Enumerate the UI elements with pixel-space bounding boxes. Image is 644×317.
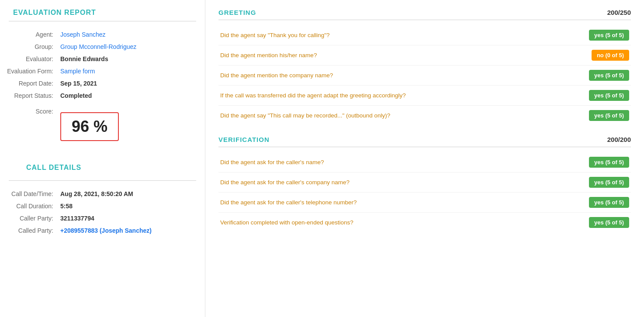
answer-badge: yes (5 of 5) <box>589 197 629 208</box>
answer-badge: yes (5 of 5) <box>589 177 629 188</box>
field-label: Group: <box>0 41 57 53</box>
question-row: Verification completed with open-ended q… <box>218 213 631 232</box>
field-value: Group Mcconnell-Rodriguez <box>57 41 205 53</box>
call-info-table: Call Date/Time: Aug 28, 2021, 8:50:20 AM… <box>0 188 205 237</box>
field-label: Agent: <box>0 28 57 41</box>
question-text: Did the agent mention the company name? <box>220 72 589 79</box>
score-table: Score: 96 % <box>0 105 205 148</box>
answer-badge: no (0 of 5) <box>592 50 629 61</box>
answer-badge: yes (5 of 5) <box>589 30 629 41</box>
question-text: Did the agent ask for the caller's name? <box>220 159 589 165</box>
question-row: Did the agent mention his/her name? no (… <box>218 45 631 65</box>
call-field-value: 5:58 <box>57 200 205 212</box>
answer-badge: yes (5 of 5) <box>589 90 629 101</box>
question-row: Did the agent say "Thank you for calling… <box>218 25 631 45</box>
question-text: Did the agent say "This call may be reco… <box>220 112 589 119</box>
question-row: If the call was transferred did the agen… <box>218 86 631 106</box>
eval-section-verification: VERIFICATION 200/200 Did the agent ask f… <box>218 136 631 232</box>
call-field-value: +2089557883 (Joseph Sanchez) <box>57 224 205 237</box>
section-title-verification: VERIFICATION <box>218 136 270 143</box>
right-panel: GREETING 200/250 Did the agent say "Than… <box>205 0 644 317</box>
field-label: Report Status: <box>0 90 57 102</box>
evaluation-report-title: EVALUATION REPORT <box>0 9 205 21</box>
question-text: Did the agent mention his/her name? <box>220 52 592 59</box>
call-field-label: Call Date/Time: <box>0 188 57 200</box>
left-panel: EVALUATION REPORT Agent: Joseph Sanchez … <box>0 0 205 317</box>
section-header-greeting: GREETING 200/250 <box>218 9 631 20</box>
field-value: Bonnie Edwards <box>57 53 205 65</box>
question-row: Did the agent mention the company name? … <box>218 65 631 86</box>
section-header-verification: VERIFICATION 200/200 <box>218 136 631 147</box>
field-value: Completed <box>57 90 205 102</box>
question-row: Did the agent say "This call may be reco… <box>218 106 631 125</box>
field-value: Joseph Sanchez <box>57 28 205 41</box>
eval-info-table: Agent: Joseph Sanchez Group: Group Mccon… <box>0 28 205 102</box>
section-title-greeting: GREETING <box>218 9 256 16</box>
question-text: Did the agent say "Thank you for calling… <box>220 32 589 38</box>
question-row: Did the agent ask for the caller's telep… <box>218 193 631 213</box>
section-score-greeting: 200/250 <box>607 9 631 16</box>
answer-badge: yes (5 of 5) <box>589 70 629 81</box>
answer-badge: yes (5 of 5) <box>589 157 629 168</box>
field-value: Sample form <box>57 65 205 77</box>
divider-1 <box>9 21 196 21</box>
call-details-title: CALL DETAILS <box>13 164 192 176</box>
answer-badge: yes (5 of 5) <box>589 110 629 121</box>
section-score-verification: 200/200 <box>607 136 631 143</box>
question-row: Did the agent ask for the caller's name?… <box>218 152 631 172</box>
divider-2 <box>9 180 196 181</box>
call-field-label: Caller Party: <box>0 212 57 224</box>
call-field-label: Call Duration: <box>0 200 57 212</box>
score-box: 96 % <box>60 112 119 141</box>
field-label: Report Date: <box>0 77 57 90</box>
question-text: Did the agent ask for the caller's compa… <box>220 179 589 186</box>
question-row: Did the agent ask for the caller's compa… <box>218 172 631 193</box>
question-text: If the call was transferred did the agen… <box>220 92 589 99</box>
score-value: 96 % <box>72 117 107 136</box>
eval-section-greeting: GREETING 200/250 Did the agent say "Than… <box>218 9 631 125</box>
field-value: Sep 15, 2021 <box>57 77 205 90</box>
answer-badge: yes (5 of 5) <box>589 217 629 228</box>
field-label: Evaluator: <box>0 53 57 65</box>
field-label: Evaluation Form: <box>0 65 57 77</box>
call-field-label: Called Party: <box>0 224 57 237</box>
call-field-value: 3211337794 <box>57 212 205 224</box>
question-text: Did the agent ask for the caller's telep… <box>220 199 589 206</box>
question-text: Verification completed with open-ended q… <box>220 219 589 226</box>
score-label: Score: <box>0 105 57 148</box>
call-details-section: CALL DETAILS Call Date/Time: Aug 28, 202… <box>0 158 205 237</box>
call-field-value: Aug 28, 2021, 8:50:20 AM <box>57 188 205 200</box>
